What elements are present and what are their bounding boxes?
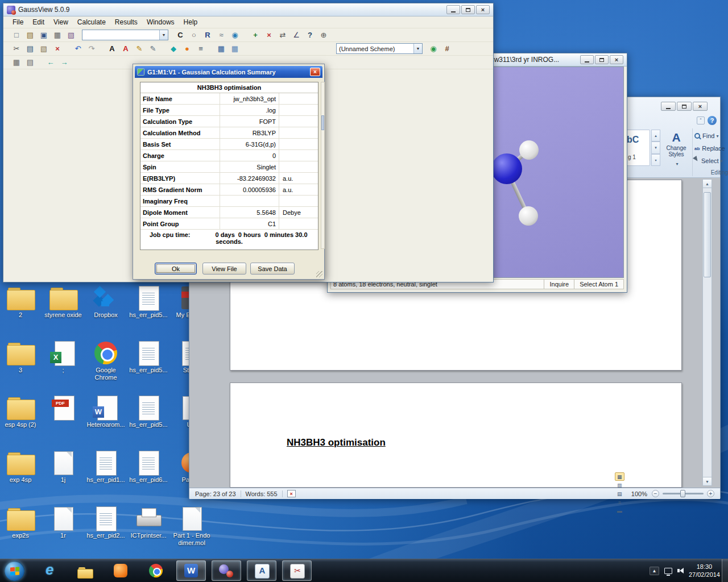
zoom-slider-thumb[interactable] <box>680 490 685 497</box>
nitrogen-atom[interactable] <box>491 153 522 184</box>
scheme-combo[interactable]: (Unnamed Scheme) ▼ <box>336 43 423 54</box>
save-file-button[interactable]: ▣ <box>38 30 50 41</box>
r-group-fragment-button[interactable]: R <box>201 30 214 41</box>
gallery-scroll-up-button[interactable]: ▲ <box>651 130 660 142</box>
desktop-icon[interactable]: hs_err_pid1... <box>85 449 126 484</box>
desktop-icon[interactable]: 2 <box>0 284 41 319</box>
builder-tools-button[interactable]: # <box>441 43 453 55</box>
menu-item[interactable]: Calculate <box>73 17 110 27</box>
maximize-button[interactable] <box>461 5 475 14</box>
taskbar-word-button[interactable] <box>176 560 206 581</box>
centroid-button[interactable]: ◆ <box>167 43 180 55</box>
chevron-down-icon[interactable]: ▼ <box>159 30 168 40</box>
view-file-button[interactable]: View File <box>202 263 246 275</box>
ribbon-collapse-button[interactable]: ˆ <box>697 117 705 124</box>
desktop-icon[interactable]: exp2s <box>0 505 41 539</box>
ring-fragment-button[interactable]: ○ <box>188 30 200 41</box>
desktop-icon[interactable]: hs_err_pid5... <box>128 394 169 429</box>
dialog-titlebar[interactable]: G1:M1:V1 - Gaussian Calculation Summary … <box>135 66 322 78</box>
taskbar-media-app-button[interactable] <box>106 560 135 581</box>
desktop-icon[interactable]: Part 1 - Endo dimer.mol <box>171 505 212 547</box>
menu-item[interactable]: Help <box>179 17 202 27</box>
desktop-icon[interactable]: exp 4sp <box>0 449 41 484</box>
zoom-out-button[interactable]: − <box>652 490 659 497</box>
atom-type-button[interactable]: A <box>106 43 118 55</box>
desktop-icon[interactable] <box>43 394 84 421</box>
find-button[interactable]: Find ▾ <box>694 130 728 142</box>
capture-button[interactable]: ▧ <box>65 30 77 41</box>
scroll-up-icon[interactable]: ▲ <box>703 180 712 188</box>
measure-angle-button[interactable]: ∠ <box>290 30 303 41</box>
molecule-view-alt-button[interactable]: ▦ <box>229 43 241 55</box>
pencil-edit-alt-button[interactable]: ✎ <box>147 43 159 55</box>
fullscreen-view-button[interactable]: ▥ <box>615 481 624 489</box>
desktop-icon[interactable]: 3 <box>0 339 41 374</box>
print-button[interactable]: ▦ <box>51 30 64 41</box>
ok-button[interactable]: Ok <box>155 263 197 275</box>
menu-item[interactable]: Results <box>110 17 142 27</box>
taskbar-ie-button[interactable] <box>35 560 65 581</box>
desktop-icon[interactable]: Dropbox <box>85 284 126 319</box>
replace-button[interactable]: ab Replace <box>694 142 728 155</box>
solvate-button[interactable]: ◉ <box>229 30 241 41</box>
gaussview-titlebar[interactable]: GaussView 5.0.9 × <box>3 3 493 16</box>
menu-item[interactable]: View <box>49 17 73 27</box>
page-indicator[interactable]: Page: 23 of 23 <box>195 490 236 497</box>
zoom-slider[interactable] <box>663 493 704 494</box>
desktop-icon[interactable]: Google Chrome <box>85 339 126 381</box>
recenter-button[interactable]: ⊕ <box>317 30 330 41</box>
desktop-icon[interactable]: ICTprintser... <box>128 505 169 539</box>
element-fragment-button[interactable]: C <box>174 30 187 41</box>
desktop-icon[interactable]: ; <box>43 339 84 374</box>
scrollbar-thumb[interactable] <box>321 115 324 130</box>
invert-bond-button[interactable]: ⇄ <box>276 30 289 41</box>
maximize-button[interactable] <box>595 55 609 64</box>
clock[interactable]: 18:30 27/02/2014 <box>689 563 720 579</box>
open-file-button[interactable]: ▤ <box>24 30 36 41</box>
fragment-combo[interactable]: ▼ <box>82 30 168 40</box>
link-fragment-button[interactable]: ≈ <box>215 30 228 41</box>
hydrogen-atom[interactable] <box>519 140 539 160</box>
back-button[interactable]: ← <box>44 57 57 68</box>
atom-list-editor-button[interactable]: ≡ <box>195 43 207 55</box>
outline-view-button[interactable]: ≡ <box>615 498 624 506</box>
inquire-mode-indicator[interactable]: Inquire <box>544 280 574 289</box>
maximize-button[interactable] <box>677 102 692 111</box>
close-button[interactable]: × <box>310 68 320 76</box>
minimize-button[interactable] <box>446 5 460 14</box>
taskbar-chrome-button[interactable] <box>141 560 171 581</box>
print-layout-view-button[interactable]: ▦ <box>615 472 624 481</box>
proofing-error-icon[interactable]: × <box>287 490 296 497</box>
volume-tray-icon[interactable] <box>677 568 684 573</box>
change-styles-button[interactable]: A Change Styles ▾ <box>663 130 690 177</box>
desktop-icon[interactable]: 1r <box>43 505 84 539</box>
taskbar-gaussview-button[interactable] <box>212 560 241 581</box>
word-count[interactable]: Words: 555 <box>246 490 278 497</box>
close-button[interactable]: × <box>693 102 708 111</box>
hydrogen-atom[interactable] <box>519 206 538 226</box>
desktop-icon[interactable]: hs_err_pid5... <box>128 284 169 319</box>
taskbar-snipping-tool-button[interactable] <box>282 560 312 581</box>
select-atom-indicator[interactable]: Select Atom 1 <box>574 280 623 289</box>
paste-button[interactable]: ▧ <box>38 43 50 55</box>
resize-grip[interactable] <box>316 271 322 277</box>
close-button[interactable]: × <box>476 5 490 14</box>
scrollbar-thumb[interactable] <box>704 192 711 277</box>
new-file-button[interactable]: □ <box>10 30 23 41</box>
network-tray-icon[interactable] <box>664 568 672 574</box>
show-desktop-button[interactable] <box>722 559 728 582</box>
add-valence-button[interactable]: + <box>249 30 262 41</box>
zoom-in-button[interactable]: + <box>707 490 714 497</box>
taskbar-explorer-button[interactable] <box>71 560 100 581</box>
color-scheme-button[interactable]: ◉ <box>427 43 440 55</box>
forward-button[interactable]: → <box>58 57 71 68</box>
desktop-icon[interactable]: hs_err_pid5... <box>128 339 169 374</box>
vertical-scrollbar[interactable]: ▲ ▼ <box>702 179 712 486</box>
zoom-level[interactable]: 100% <box>631 490 647 497</box>
gallery-scroll-down-button[interactable]: ▼ <box>651 142 660 153</box>
desktop-icon[interactable]: hs_err_pid6... <box>128 449 169 484</box>
start-button[interactable] <box>5 561 24 581</box>
desktop-icon[interactable]: styrene oxide <box>43 284 84 319</box>
chevron-down-icon[interactable]: ▼ <box>413 44 422 53</box>
desktop-icon[interactable]: Heteroarom... <box>85 394 126 429</box>
